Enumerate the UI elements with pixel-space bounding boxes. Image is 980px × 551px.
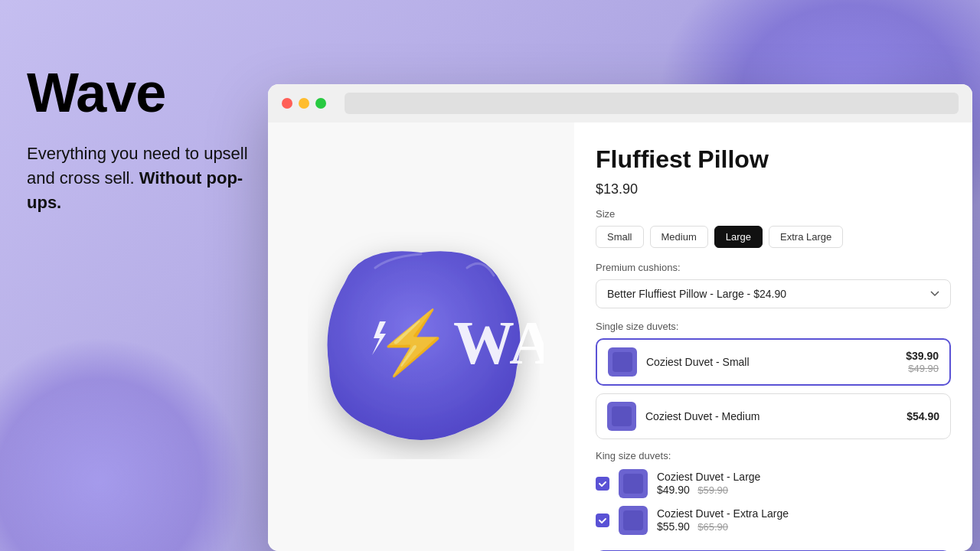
king-prices-large: $49.90 $59.90 <box>657 483 951 497</box>
king-section-label: King size duvets: <box>596 450 951 461</box>
duvet-thumb-small <box>608 347 637 377</box>
browser-window: ⚡WAVE Fluffiest Pillow $13.90 Size Small… <box>268 84 972 551</box>
traffic-light-fullscreen[interactable] <box>315 98 326 109</box>
king-name-large: Coziest Duvet - Large <box>657 471 951 483</box>
duvet-thumb-inner <box>612 352 632 372</box>
king-thumb-inner-xl <box>623 510 643 530</box>
size-large[interactable]: Large <box>714 226 763 248</box>
size-extra-large[interactable]: Extra Large <box>769 226 843 248</box>
traffic-light-close[interactable] <box>282 98 292 109</box>
svg-text:⚡WAVE: ⚡WAVE <box>375 306 544 379</box>
browser-content: ⚡WAVE Fluffiest Pillow $13.90 Size Small… <box>268 122 972 551</box>
king-price-orig-xl: $65.90 <box>697 521 728 533</box>
king-info-large: Coziest Duvet - Large $49.90 $59.90 <box>657 471 951 497</box>
king-prices-xl: $55.90 $65.90 <box>657 520 951 533</box>
app-description: Everything you need to upsell and cross … <box>27 142 249 215</box>
duvet-name-small: Coziest Duvet - Small <box>646 356 897 368</box>
king-price-orig-large: $59.90 <box>697 484 728 496</box>
duvet-thumb-inner-medium <box>612 406 632 426</box>
duvet-name-medium: Coziest Duvet - Medium <box>645 410 897 422</box>
duvet-thumb-medium <box>607 402 636 431</box>
king-thumb-xl <box>619 506 648 535</box>
premium-section-label: Premium cushions: <box>596 262 951 273</box>
left-panel: Wave Everything you need to upsell and c… <box>27 65 249 215</box>
size-medium[interactable]: Medium <box>650 226 708 248</box>
king-item-large: Coziest Duvet - Large $49.90 $59.90 <box>596 469 951 498</box>
traffic-lights <box>282 98 326 109</box>
product-details: Fluffiest Pillow $13.90 Size Small Mediu… <box>574 122 972 551</box>
app-title: Wave <box>27 65 249 120</box>
pillow-image: ⚡WAVE <box>299 214 544 459</box>
size-options: Small Medium Large Extra Large <box>596 226 951 248</box>
king-checkbox-large[interactable] <box>596 477 609 491</box>
king-price-large: $49.90 <box>657 484 690 496</box>
king-checkbox-xl[interactable] <box>596 514 609 527</box>
king-price-xl: $55.90 <box>657 520 690 533</box>
product-image-area: ⚡WAVE <box>268 122 574 551</box>
duvet-price-small: $39.90 <box>906 350 939 362</box>
duvet-price-medium: $54.90 <box>906 410 939 422</box>
king-item-xl: Coziest Duvet - Extra Large $55.90 $65.9… <box>596 506 951 535</box>
size-small[interactable]: Small <box>596 226 644 248</box>
address-bar[interactable] <box>345 93 959 114</box>
duvet-item-medium[interactable]: Coziest Duvet - Medium $54.90 <box>596 393 951 439</box>
king-thumb-inner-large <box>623 474 643 494</box>
king-thumb-large <box>619 469 648 498</box>
product-price: $13.90 <box>596 181 951 197</box>
premium-cushions-select[interactable]: Better Fluffiest Pillow - Large - $24.90 <box>596 279 951 308</box>
king-info-xl: Coziest Duvet - Extra Large $55.90 $65.9… <box>657 507 951 533</box>
duvet-price-container-small: $39.90 $49.90 <box>906 349 939 374</box>
duvet-item-small[interactable]: Coziest Duvet - Small $39.90 $49.90 <box>596 338 951 386</box>
single-duvet-list: Coziest Duvet - Small $39.90 $49.90 Cozi… <box>596 338 951 439</box>
king-name-xl: Coziest Duvet - Extra Large <box>657 507 951 520</box>
single-section-label: Single size duvets: <box>596 321 951 332</box>
duvet-price-orig-small: $49.90 <box>906 363 939 374</box>
product-title: Fluffiest Pillow <box>596 145 951 174</box>
king-duvet-list: Coziest Duvet - Large $49.90 $59.90 <box>596 469 951 535</box>
browser-toolbar <box>268 84 972 122</box>
traffic-light-minimize[interactable] <box>299 98 309 109</box>
size-label: Size <box>596 208 951 220</box>
